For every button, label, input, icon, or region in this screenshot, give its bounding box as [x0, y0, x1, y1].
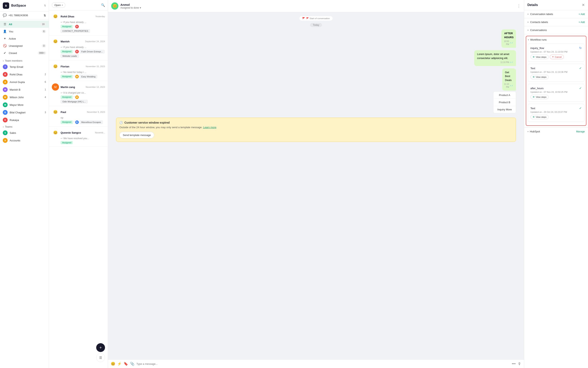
member-avatar-bilal: B: [3, 110, 8, 115]
msg-bubble-after-hours: AFTER HOURS 10:50 PM✓✓: [501, 29, 516, 48]
tag-w-martin: W: [75, 95, 79, 99]
member-item-wilson[interactable]: W Wilson John 4: [0, 93, 49, 101]
open-filter-chevron-icon: ▾: [62, 4, 63, 6]
hubspot-label: HubSpot: [530, 130, 576, 133]
team-members-header[interactable]: ▾ Team members: [0, 58, 49, 63]
option-product-b[interactable]: Product B: [493, 99, 516, 106]
nav-item-unassigned[interactable]: 🚫 Unassigned 0: [0, 42, 49, 49]
member-count-wilson: 4: [45, 96, 46, 99]
workflow-actions-after-hours: 👁 View steps: [530, 95, 582, 99]
tag-arrow-florian: ›: [74, 75, 74, 78]
check-icon-2: ✓✓: [510, 61, 513, 64]
member-item-rohit[interactable]: R Rohit Dhas 2: [0, 71, 49, 78]
conv-labels-header[interactable]: ▾ Conversation labels + Add: [524, 10, 588, 18]
details-header: Details ✕: [524, 0, 588, 10]
open-filter-button[interactable]: Open ▾: [52, 2, 65, 8]
bookmark-icon[interactable]: 🔖: [124, 362, 128, 366]
team-item-sales[interactable]: S Sales: [0, 129, 49, 137]
workflow-card-text-2: Text ✓ Updated on - 29 Oct 24, 03:23:07 …: [528, 104, 584, 122]
details-close-button[interactable]: ✕: [582, 3, 585, 7]
conv-tags-florian: Assigned › W Easy Wedding: [61, 75, 105, 78]
mic-icon[interactable]: 🎙: [518, 362, 521, 366]
conv-item-queenie[interactable]: 😊 Queenie Sangco Novemb... ↩ We have res…: [49, 127, 108, 147]
member-name-temp: Temp Email: [9, 65, 46, 68]
contacts-labels-add-button[interactable]: + Add: [579, 21, 585, 24]
cancel-icon: ✕: [552, 55, 554, 58]
conv-name-manish: Manish: [61, 40, 83, 43]
workflow-view-steps-inquiry[interactable]: 👁 View steps: [530, 55, 549, 59]
hubspot-manage-button[interactable]: Manage: [576, 130, 585, 133]
workflow-name-text1: Text: [530, 67, 535, 70]
nav-item-unassigned-label: Unassigned: [9, 44, 40, 47]
member-item-anmol[interactable]: A Anmol Gupta 6: [0, 78, 49, 86]
workflow-refresh-icon[interactable]: ↻: [579, 46, 582, 50]
conv-tags-rohit: Assigned › R CONTACT_PROPERTIES: [61, 25, 105, 33]
nav-item-active[interactable]: ✦ Active: [0, 35, 49, 42]
team-members-label: Team members: [5, 59, 46, 62]
nav-item-you[interactable]: 👤 You 6: [0, 28, 49, 35]
nav-item-all[interactable]: ☰ All 16: [0, 21, 49, 28]
member-item-mayur[interactable]: M Mayur More: [0, 101, 49, 109]
workflow-check-icon-2: ✓: [579, 86, 582, 90]
conv-item-florian[interactable]: 😊 Florian November 15, 2023 ↩ No need fo…: [49, 60, 108, 81]
workflow-updated-after-hours: Updated on - 07 Nov 24, 10:50:25 PM: [530, 91, 582, 93]
chat-menu-icon[interactable]: ⋮: [517, 4, 521, 9]
member-item-manish[interactable]: M Manish B 1: [0, 86, 49, 93]
conv-item-paul[interactable]: 😊 Paul November 9, 2023 np Assigned › B …: [49, 106, 108, 127]
emoji-picker-icon[interactable]: 😊: [111, 362, 115, 366]
nav-item-you-count: 6: [42, 30, 46, 33]
tag-arrow: ›: [74, 25, 74, 28]
attach-icon[interactable]: 📎: [130, 362, 134, 366]
nav-item-all-label: All: [9, 23, 39, 26]
chat-message-input[interactable]: [136, 362, 510, 365]
conv-avatar-florian: 😊: [52, 63, 59, 70]
member-item-temp-email[interactable]: T Temp Email: [0, 63, 49, 71]
clock-icon: 🕐: [119, 121, 123, 124]
more-options-icon[interactable]: •••: [512, 362, 516, 366]
workflow-view-steps-text2[interactable]: 👁 View steps: [530, 115, 549, 119]
learn-more-link[interactable]: Learn more: [203, 126, 216, 129]
conv-name-queenie: Queenie Sangco: [61, 131, 93, 134]
nav-item-closed[interactable]: ✔ Closed 999+: [0, 49, 49, 57]
eye-icon-4: 👁: [533, 116, 535, 118]
conv-avatar-martin: M: [52, 83, 59, 91]
quick-reply-icon[interactable]: ⚡: [117, 362, 122, 366]
chat-contact-name: Anmol: [120, 3, 515, 6]
new-conversation-fab[interactable]: +: [96, 343, 105, 352]
conv-labels-add-button[interactable]: + Add: [579, 13, 585, 16]
workflow-view-steps-text1[interactable]: 👁 View steps: [530, 75, 549, 79]
conversations-chevron-icon: ▾: [527, 29, 529, 32]
conv-item-martin[interactable]: M Martin zang November 13, 2023 ↩ It is …: [49, 81, 108, 106]
search-button[interactable]: 🔍: [101, 3, 105, 7]
member-name-manish: Manish B: [9, 88, 43, 91]
send-template-button[interactable]: Send template message: [119, 132, 154, 138]
option-inquiry-more[interactable]: Inquiry More: [493, 106, 516, 113]
sidebar-chevron-icon: ⇅: [44, 4, 46, 7]
you-icon: 👤: [3, 29, 7, 33]
member-item-bilal[interactable]: B Bilal Chaglani 3: [0, 109, 49, 116]
conv-item-rohit[interactable]: 😊 Rohit Dhas Yesterday ↩ If you have alr…: [49, 10, 108, 35]
workflow-card-after-hours: after_hours ✓ Updated on - 07 Nov 24, 10…: [528, 84, 584, 102]
conv-tags-manish: Assigned › R Faith Driven Entrepr... Web…: [61, 50, 105, 58]
filter-button[interactable]: ☰: [96, 353, 105, 362]
msg-get-best-deals: Get Best Deals 11:10 PM✓✓ Product A Prod…: [493, 68, 516, 113]
tag-assigned-florian: Assigned: [61, 75, 73, 78]
team-name-sales: Sales: [9, 131, 46, 134]
conv-name-martin: Martin zang: [61, 86, 84, 89]
conv-tags-paul: Assigned › B Marvellous Escapes: [61, 120, 105, 124]
option-product-a[interactable]: Product A: [493, 92, 516, 99]
conv-avatar-paul: 😊: [52, 108, 59, 116]
teams-header[interactable]: ▾ Teams: [0, 124, 49, 129]
conv-tags-martin: Assigned › W Odin Mortgage (HK) L...: [61, 95, 105, 103]
workflow-cancel-inquiry[interactable]: ✕ Cancel: [550, 55, 564, 59]
workflow-view-steps-after-hours[interactable]: 👁 View steps: [530, 95, 549, 99]
team-name-accounts: Accounts: [9, 139, 46, 142]
conv-labels-label: Conversation labels: [530, 13, 577, 16]
member-item-rukaiya[interactable]: R Rukaiya: [0, 116, 49, 124]
conversations-header[interactable]: ▾ Conversations: [524, 26, 588, 34]
workflow-check-icon-3: ✓: [579, 106, 582, 110]
conv-item-manish[interactable]: 😊 Manish September 24, 2024 ↩ If you hav…: [49, 35, 108, 60]
conversation-list: Open ▾ 🔍 😊 Rohit Dhas Yesterday ↩ If you…: [49, 0, 108, 368]
team-item-accounts[interactable]: A Accounts: [0, 137, 49, 144]
contacts-labels-header[interactable]: ▾ Contacts labels + Add: [524, 18, 588, 26]
